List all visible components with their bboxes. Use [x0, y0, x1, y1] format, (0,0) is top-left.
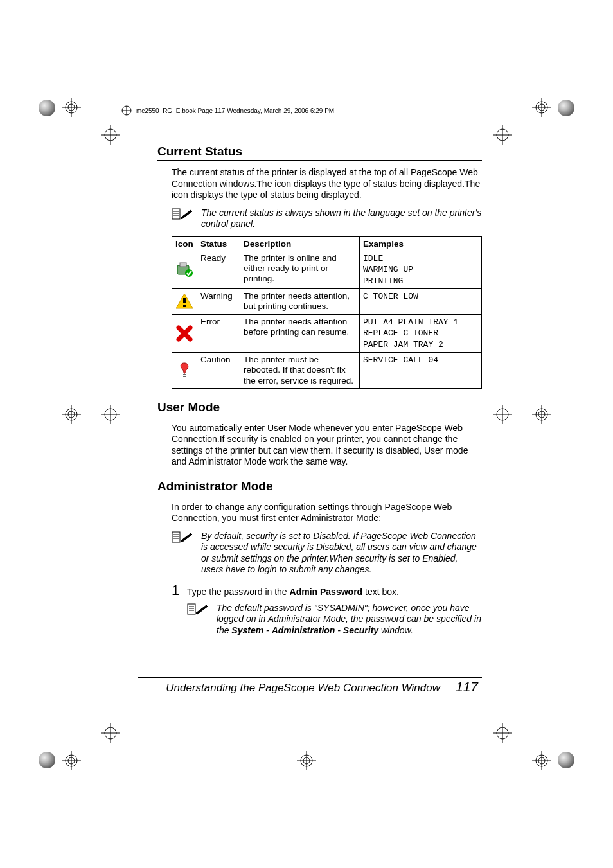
- svg-rect-58: [183, 305, 186, 307]
- note: The default password is "SYSADMIN"; howe…: [187, 603, 482, 637]
- user-mode-body: You automatically enter User Mode whenev…: [172, 423, 482, 468]
- heading-current-status: Current Status: [157, 145, 482, 159]
- step-text: Type the password in the Admin Password …: [187, 587, 482, 598]
- table-row: Caution The printer must be rebooted. If…: [172, 353, 482, 389]
- svg-rect-59: [183, 374, 186, 375]
- status-label: Error: [197, 314, 240, 353]
- print-sphere-icon: [558, 752, 574, 768]
- svg-rect-60: [183, 376, 186, 377]
- page-footer: Understanding the PageScope Web Connecti…: [138, 677, 482, 695]
- admin-mode-intro: In order to change any configuration set…: [172, 502, 482, 524]
- registration-mark-icon: [493, 125, 512, 145]
- th-status: Status: [197, 236, 240, 251]
- registration-mark-icon: [62, 98, 81, 117]
- status-label: Warning: [197, 289, 240, 314]
- svg-rect-57: [183, 298, 186, 303]
- svg-rect-61: [172, 532, 180, 542]
- running-header: mc2550_RG_E.book Page 117 Wednesday, Mar…: [121, 105, 492, 116]
- registration-mark-icon: [493, 723, 512, 743]
- svg-rect-54: [180, 263, 186, 267]
- table-row: Warning The printer needs attention, but…: [172, 289, 482, 314]
- status-desc: The printer needs attention, but printin…: [240, 289, 360, 314]
- th-examples: Examples: [360, 236, 482, 251]
- book-icon: [121, 105, 132, 116]
- note: The current status is always shown in th…: [172, 208, 482, 230]
- page: mc2550_RG_E.book Page 117 Wednesday, Mar…: [0, 0, 613, 868]
- step-number: 1: [172, 582, 187, 599]
- status-examples: SERVICE CALL 04: [360, 353, 482, 389]
- status-examples: PUT A4 PLAIN TRAY 1REPLACE C TONERPAPER …: [360, 314, 482, 353]
- current-status-intro: The current status of the printer is dis…: [172, 167, 482, 201]
- registration-mark-icon: [493, 405, 512, 424]
- svg-rect-49: [172, 209, 180, 219]
- print-sphere-icon: [39, 752, 55, 768]
- print-sphere-icon: [39, 100, 55, 116]
- note-icon: [172, 531, 201, 546]
- heading-user-mode: User Mode: [157, 400, 482, 414]
- note: By default, security is set to Disabled.…: [172, 531, 482, 576]
- registration-mark-icon: [532, 405, 551, 424]
- page-number: 117: [456, 679, 482, 695]
- svg-point-55: [185, 269, 193, 277]
- registration-mark-icon: [297, 751, 316, 770]
- registration-mark-icon: [62, 405, 81, 424]
- registration-mark-icon: [101, 723, 120, 743]
- crop-line: [80, 784, 533, 784]
- status-examples: C TONER LOW: [360, 289, 482, 314]
- th-icon: Icon: [172, 236, 197, 251]
- note-icon: [187, 603, 217, 618]
- registration-mark-icon: [532, 751, 551, 770]
- ready-icon: [172, 251, 197, 289]
- status-label: Caution: [197, 353, 240, 389]
- note-text: The default password is "SYSADMIN"; howe…: [217, 603, 482, 637]
- note-icon: [172, 208, 201, 223]
- status-table: Icon Status Description Examples Ready T…: [172, 236, 482, 389]
- print-sphere-icon: [558, 100, 574, 116]
- status-desc: The printer must be rebooted. If that do…: [240, 353, 360, 389]
- error-icon: [172, 314, 197, 353]
- registration-mark-icon: [101, 125, 120, 145]
- svg-rect-65: [188, 604, 195, 614]
- status-label: Ready: [197, 251, 240, 289]
- heading-admin-mode: Administrator Mode: [157, 479, 482, 493]
- warning-icon: [172, 289, 197, 314]
- registration-mark-icon: [101, 405, 120, 424]
- note-text: The current status is always shown in th…: [201, 208, 482, 230]
- crop-line: [529, 90, 529, 778]
- step-1: 1 Type the password in the Admin Passwor…: [172, 582, 482, 599]
- note-text: By default, security is set to Disabled.…: [201, 531, 482, 576]
- page-content: Current Status The current status of the…: [157, 145, 482, 642]
- registration-mark-icon: [532, 98, 551, 117]
- th-description: Description: [240, 236, 360, 251]
- table-row: Ready The printer is online and either r…: [172, 251, 482, 289]
- status-examples: IDLEWARMING UPPRINTING: [360, 251, 482, 289]
- status-desc: The printer needs attention before print…: [240, 314, 360, 353]
- crop-line: [80, 84, 533, 84]
- caution-icon: [172, 353, 197, 389]
- registration-mark-icon: [62, 751, 81, 770]
- footer-title: Understanding the PageScope Web Connecti…: [138, 682, 456, 695]
- running-header-text: mc2550_RG_E.book Page 117 Wednesday, Mar…: [136, 107, 334, 114]
- table-row: Error The printer needs attention before…: [172, 314, 482, 353]
- status-desc: The printer is online and either ready t…: [240, 251, 360, 289]
- crop-line: [84, 90, 84, 778]
